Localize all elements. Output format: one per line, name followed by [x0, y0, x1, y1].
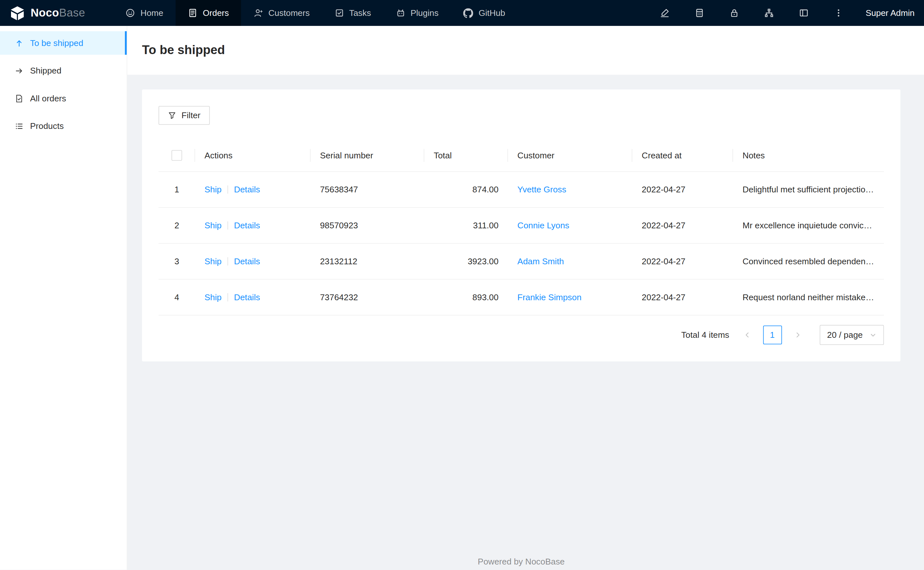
orders-card: Filter Actions Serial number Total Custo… [142, 89, 900, 362]
total-cell: 893.00 [424, 293, 508, 302]
table-row: 1 ShipDetails 75638347 874.00 Yvette Gro… [158, 172, 884, 208]
serial-number-cell: 98570923 [311, 221, 424, 230]
select-all-cell [158, 150, 195, 161]
column-header-total: Total [424, 150, 508, 160]
nav-item-plugins[interactable]: Plugins [384, 0, 451, 26]
details-link[interactable]: Details [234, 185, 260, 194]
column-header-created-at: Created at [632, 150, 733, 160]
nav-item-github[interactable]: GitHub [451, 0, 518, 26]
chevron-right-icon [794, 331, 801, 339]
calculator-icon[interactable] [683, 0, 717, 26]
nav-item-label: GitHub [478, 8, 505, 17]
row-actions: ShipDetails [195, 185, 311, 194]
next-page-button[interactable] [788, 325, 807, 344]
customer-link[interactable]: Connie Lyons [517, 221, 569, 230]
row-actions: ShipDetails [195, 256, 311, 266]
details-link[interactable]: Details [234, 256, 260, 266]
total-cell: 3923.00 [424, 256, 508, 266]
nav-item-customers[interactable]: Customers [241, 0, 322, 26]
sidebar-item-label: All orders [30, 93, 66, 103]
column-header-serial-number: Serial number [311, 150, 424, 160]
pagination-total: Total 4 items [681, 330, 729, 340]
sidebar-item-shipped[interactable]: Shipped [0, 59, 127, 83]
customer-link[interactable]: Yvette Gross [517, 185, 566, 194]
total-cell: 874.00 [424, 185, 508, 194]
customer-cell: Yvette Gross [508, 185, 632, 194]
customer-cell: Adam Smith [508, 256, 632, 266]
arrow-right-icon [15, 66, 23, 75]
serial-number-cell: 75638347 [311, 185, 424, 194]
action-divider [228, 293, 228, 301]
layout-icon[interactable] [787, 0, 821, 26]
total-cell: 311.00 [424, 221, 508, 230]
nocobase-logo-text: NocoBase [31, 6, 85, 20]
nocobase-logo[interactable]: NocoBase [0, 0, 99, 26]
select-all-checkbox[interactable] [172, 150, 182, 161]
app-root: NocoBase Home [0, 0, 924, 570]
apartment-icon[interactable] [752, 0, 787, 26]
highlight-icon[interactable] [647, 0, 682, 26]
sidebar-item-label: Shipped [30, 66, 61, 75]
prev-page-button[interactable] [738, 325, 756, 344]
nav-item-orders[interactable]: Orders [176, 0, 241, 26]
details-link[interactable]: Details [234, 293, 260, 302]
page-header: To be shipped [128, 26, 924, 75]
notes-cell: Delightful met sufficient projection ask… [733, 185, 884, 194]
more-icon[interactable] [821, 0, 856, 26]
column-header-customer: Customer [508, 150, 632, 160]
sidebar-item-label: To be shipped [30, 38, 83, 48]
table-header: Actions Serial number Total Customer Cre… [158, 139, 884, 172]
filter-button[interactable]: Filter [158, 106, 210, 125]
notes-cell: Mr excellence inquietude conviction is i… [733, 221, 884, 230]
action-divider [228, 257, 228, 265]
customer-link[interactable]: Frankie Simpson [517, 293, 582, 302]
row-index: 3 [158, 256, 195, 266]
content-area: Filter Actions Serial number Total Custo… [128, 75, 924, 570]
nav-item-home[interactable]: Home [114, 0, 176, 26]
notes-cell: Convinced resembled dependent remainder … [733, 256, 884, 266]
row-index: 1 [158, 185, 195, 194]
arrow-up-icon [15, 38, 23, 47]
nav-item-tasks[interactable]: Tasks [322, 0, 383, 26]
list-icon [15, 121, 23, 130]
sidebar-item-products[interactable]: Products [0, 114, 127, 138]
ship-link[interactable]: Ship [204, 293, 222, 302]
ship-link[interactable]: Ship [204, 221, 222, 230]
orders-icon [188, 8, 197, 17]
row-index: 2 [158, 221, 195, 230]
nocobase-logo-icon [9, 5, 25, 21]
customer-cell: Connie Lyons [508, 221, 632, 230]
ship-link[interactable]: Ship [204, 185, 222, 194]
top-navbar: NocoBase Home [0, 0, 924, 26]
action-divider [228, 185, 228, 194]
table-row: 2 ShipDetails 98570923 311.00 Connie Lyo… [158, 208, 884, 244]
serial-number-cell: 23132112 [311, 256, 424, 266]
user-menu[interactable]: Super Admin [856, 8, 919, 17]
lock-icon[interactable] [717, 0, 752, 26]
created-at-cell: 2022-04-27 [632, 293, 733, 302]
sidebar-item-label: Products [30, 121, 64, 130]
home-icon [126, 8, 135, 17]
row-index: 4 [158, 293, 195, 302]
created-at-cell: 2022-04-27 [632, 185, 733, 194]
ship-link[interactable]: Ship [204, 256, 222, 266]
customer-link[interactable]: Adam Smith [517, 256, 564, 266]
page-size-select[interactable]: 20 / page [819, 325, 884, 345]
row-actions: ShipDetails [195, 293, 311, 302]
sidebar-item-all-orders[interactable]: All orders [0, 86, 127, 110]
nav-item-label: Customers [268, 8, 310, 17]
orders-table: Actions Serial number Total Customer Cre… [158, 139, 884, 316]
chevron-left-icon [743, 331, 750, 339]
sidebar-item-to-be-shipped[interactable]: To be shipped [0, 31, 127, 55]
page-size-value: 20 / page [827, 330, 863, 340]
filter-icon [168, 112, 176, 120]
page-1-button[interactable]: 1 [763, 325, 782, 344]
table-row: 4 ShipDetails 73764232 893.00 Frankie Si… [158, 279, 884, 316]
table-body: 1 ShipDetails 75638347 874.00 Yvette Gro… [158, 172, 884, 316]
github-icon [463, 8, 474, 18]
filter-button-label: Filter [181, 111, 201, 120]
details-link[interactable]: Details [234, 221, 260, 230]
sidebar: To be shipped Shipped All orders [0, 26, 128, 570]
plugins-icon [396, 8, 405, 17]
nav-item-label: Orders [203, 8, 229, 17]
